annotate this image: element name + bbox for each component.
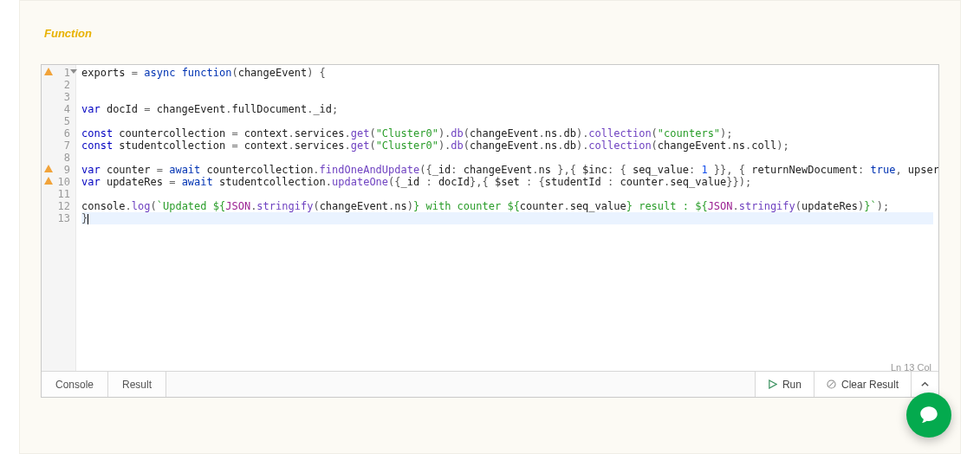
warning-icon [44, 165, 53, 172]
line-number: 11 [42, 188, 75, 200]
code-line[interactable]: var updateRes = await studentcollection.… [81, 176, 933, 188]
play-icon [768, 379, 777, 389]
svg-marker-0 [769, 380, 776, 388]
code-line[interactable] [81, 91, 933, 103]
code-line[interactable] [81, 115, 933, 127]
editor-gutter: 12345678910111213 [42, 65, 76, 371]
code-line[interactable]: var counter = await countercollection.fi… [81, 164, 933, 176]
clear-result-label: Clear Result [841, 379, 899, 391]
section-title: Function [44, 27, 939, 40]
line-number: 2 [42, 79, 75, 91]
code-line[interactable]: } [81, 212, 933, 224]
clear-result-button[interactable]: Clear Result [814, 372, 911, 397]
line-number: 12 [42, 200, 75, 212]
code-line[interactable]: var docId = changeEvent.fullDocument._id… [81, 103, 933, 115]
tab-console[interactable]: Console [42, 372, 108, 397]
chat-icon [918, 404, 940, 426]
code-editor[interactable]: 12345678910111213 exports = async functi… [41, 64, 939, 398]
code-line[interactable] [81, 152, 933, 164]
line-number: 3 [42, 91, 75, 103]
run-button[interactable]: Run [755, 372, 814, 397]
line-number: 10 [42, 176, 75, 188]
code-line[interactable] [81, 79, 933, 91]
cancel-icon [827, 379, 836, 389]
svg-line-2 [829, 382, 834, 387]
warning-icon [44, 68, 53, 75]
line-number: 7 [42, 139, 75, 152]
chevron-up-icon [920, 379, 930, 389]
line-number: 8 [42, 152, 75, 164]
line-number: 6 [42, 127, 75, 139]
code-line[interactable]: const countercollection = context.servic… [81, 127, 933, 139]
code-line[interactable] [81, 188, 933, 200]
run-button-label: Run [782, 379, 802, 391]
tab-result[interactable]: Result [108, 372, 166, 397]
chat-widget-button[interactable] [906, 392, 951, 438]
code-line[interactable]: console.log(`Updated ${JSON.stringify(ch… [81, 200, 933, 212]
line-number: 9 [42, 164, 75, 176]
line-number: 5 [42, 115, 75, 127]
warning-icon [44, 177, 53, 185]
cursor-position: Ln 13 Col [891, 362, 931, 373]
line-number: 1 [42, 67, 75, 79]
editor-content[interactable]: exports = async function(changeEvent) {v… [76, 65, 938, 371]
line-number: 4 [42, 103, 75, 115]
line-number: 13 [42, 212, 75, 224]
editor-footer: Console Result Run Clear Result [42, 371, 938, 397]
code-line[interactable]: const studentcollection = context.servic… [81, 139, 933, 152]
code-line[interactable]: exports = async function(changeEvent) { [81, 67, 933, 79]
